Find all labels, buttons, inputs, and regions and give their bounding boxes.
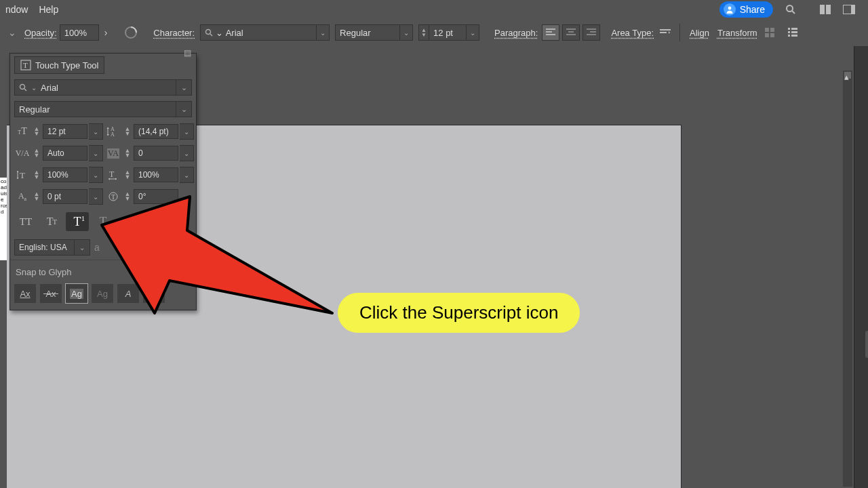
character-panel: ▤ T Touch Type Tool ⌄ Arial ⌄ Regular ⌄ … [9,53,197,310]
leading-field[interactable]: (14,4 pt) [134,124,178,139]
vscale-field[interactable]: 100% [43,167,87,182]
menu-help[interactable]: Help [33,4,64,15]
align-left-button[interactable] [542,24,559,41]
language-drop-icon[interactable]: ⌄ [75,239,90,256]
font-size-stepper[interactable]: ▲▼ [418,24,429,41]
char-style-row: TT TT T1 T1 [10,208,196,235]
snap-btn-6[interactable]: A [143,284,165,303]
align-center-button[interactable] [562,24,580,41]
scroll-up-icon[interactable]: ▴ [844,72,851,79]
font-weight-value: Regular [340,28,371,38]
touch-type-tool-button[interactable]: T Touch Type Tool [14,56,104,74]
svg-text:A: A [111,131,115,137]
horizontal-scale-icon: T [105,169,121,180]
chevron-down-icon[interactable]: ⌄ [8,28,16,37]
superscript-button[interactable]: T1 [66,212,89,231]
svg-rect-28 [791,31,797,33]
panel-font-weight-select[interactable]: Regular ⌄ [14,101,192,117]
workspace-layout-icon-b[interactable] [840,1,859,18]
baseline-field[interactable]: 0 pt [43,189,87,204]
character-label: Character: [153,28,195,38]
font-weight-drop-icon[interactable]: ⌄ [400,24,413,41]
hscale-drop-icon[interactable]: ⌄ [180,167,194,183]
tracking-field[interactable]: 0 [134,146,178,161]
kerning-icon: V/A [14,148,31,159]
svg-rect-22 [770,28,774,32]
font-size-combo[interactable]: ▲▼ 12 pt ⌄ [418,24,479,41]
font-size-drop-icon[interactable]: ⌄ [467,24,479,41]
smallcaps-button[interactable]: TT [40,212,63,231]
allcaps-button[interactable]: TT [14,212,37,231]
opacity-value[interactable]: 100% [60,24,99,41]
paragraph-label: Paragraph: [494,28,538,38]
share-button[interactable]: Share [719,1,773,18]
grid-toggle-b-icon[interactable] [783,24,802,41]
menu-window[interactable]: ndow [0,4,33,15]
svg-rect-23 [765,33,769,37]
kerning-drop-icon[interactable]: ⌄ [89,145,103,161]
font-family-drop-icon[interactable]: ⌄ [317,24,330,41]
hscale-field[interactable]: 100% [134,167,178,182]
svg-point-8 [206,30,211,35]
tracking-stepper[interactable]: ▲▼ [123,148,132,158]
hscale-stepper[interactable]: ▲▼ [123,170,132,180]
font-family-value: Arial [226,28,243,38]
font-family-combo[interactable]: ⌄ Arial ⌄ [200,24,330,41]
subscript-button[interactable]: T1 [92,212,115,231]
snap-to-glyph-label: Snap to Glyph [10,260,196,284]
instruction-callout: Click the Superscript icon [338,293,580,333]
snap-btn-4[interactable]: Ag [92,284,113,303]
language-row: English: USA ⌄ a [10,235,196,260]
panel-font-family-select[interactable]: ⌄ Arial ⌄ [14,79,192,96]
workspace-layout-icon-a[interactable] [816,1,835,18]
opacity-label: Opacity: [24,28,57,38]
panel-font-weight-drop-icon[interactable]: ⌄ [176,101,192,117]
svg-line-2 [792,11,795,14]
snap-btn-3[interactable]: Ag [66,284,87,303]
baseline-drop-icon[interactable]: ⌄ [89,188,103,205]
svg-line-9 [210,34,212,36]
size-field[interactable]: 12 pt [43,124,87,139]
grid-toggle-a-icon[interactable] [760,24,779,41]
snap-btn-1[interactable]: Ax [14,284,36,303]
size-stepper[interactable]: ▲▼ [32,127,41,136]
leading-stepper[interactable]: ▲▼ [123,127,132,136]
baseline-stepper[interactable]: ▲▼ [32,192,41,201]
tracking-drop-icon[interactable]: ⌄ [180,145,194,161]
character-metrics: TT ▲▼ 12 pt ⌄ AA ▲▼ (14,4 pt) ⌄ V/A ▲▼ A… [10,120,196,208]
svg-point-33 [20,85,25,89]
align-menu[interactable]: Align [690,28,709,38]
search-icon[interactable] [781,1,800,18]
areatype-button[interactable] [658,25,674,40]
svg-rect-29 [788,35,790,37]
vertical-scrollbar[interactable]: ▴ [843,70,852,487]
svg-rect-27 [788,31,790,33]
size-drop-icon[interactable]: ⌄ [89,123,103,140]
rotate-stepper[interactable]: ▲▼ [123,192,132,201]
user-avatar-icon [724,3,736,16]
transform-menu[interactable]: Transform [717,28,757,38]
recolor-icon[interactable] [123,25,138,40]
snap-to-glyph-row: Ax Ax Ag Ag A A [10,284,196,310]
panel-font-family-drop-icon[interactable]: ⌄ [176,79,192,96]
align-right-button[interactable] [583,24,600,41]
snap-btn-2[interactable]: Ax [40,284,62,303]
rotate-field[interactable]: 0° [134,189,178,204]
kerning-stepper[interactable]: ▲▼ [32,148,41,158]
vertical-scale-icon: T [14,169,31,180]
svg-rect-3 [820,5,825,14]
vscale-stepper[interactable]: ▲▼ [32,170,41,180]
panel-dock[interactable] [854,46,868,488]
panel-font-weight-value: Regular [19,104,50,115]
panel-flyout-icon[interactable]: ▤ [181,48,193,58]
leading-drop-icon[interactable]: ⌄ [180,123,194,140]
kerning-field[interactable]: Auto [43,146,87,161]
snap-btn-5[interactable]: A [117,284,139,303]
font-weight-combo[interactable]: Regular ⌄ [335,24,413,41]
language-select[interactable]: English: USA ⌄ [14,239,90,256]
font-size-icon: TT [14,126,31,137]
touch-type-label: Touch Type Tool [35,60,98,70]
vscale-drop-icon[interactable]: ⌄ [89,167,103,183]
opacity-more-icon[interactable]: › [104,28,108,37]
antialias-hint: a [94,242,100,253]
